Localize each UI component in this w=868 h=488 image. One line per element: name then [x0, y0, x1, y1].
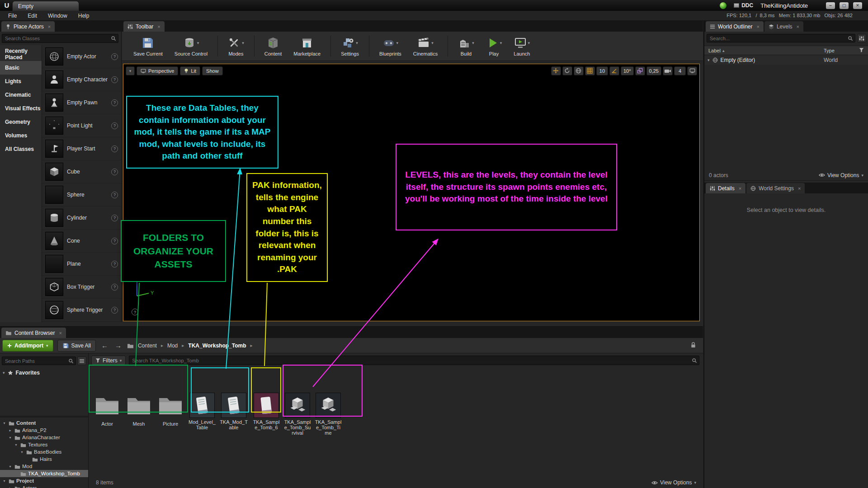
- content-button[interactable]: Content: [259, 34, 288, 58]
- rotation-snap-icon[interactable]: [609, 66, 619, 75]
- tab-content-browser[interactable]: Content Browser×: [1, 328, 66, 338]
- asset-folder-actor[interactable]: Actor: [93, 394, 121, 427]
- source-control-button[interactable]: ▾ Source Control: [169, 34, 213, 58]
- dropdown-caret-icon[interactable]: ▾: [396, 41, 399, 45]
- grid-snap-icon[interactable]: [585, 66, 595, 75]
- expander-icon[interactable]: ▸: [8, 486, 13, 488]
- scale-snap-value[interactable]: 0,25: [646, 66, 661, 75]
- tree-item-project[interactable]: ▾Project: [0, 477, 88, 484]
- help-icon[interactable]: ?: [111, 76, 118, 83]
- category-all-classes[interactable]: All Classes: [0, 142, 42, 156]
- tree-item-basebodies[interactable]: ▾BaseBodies: [0, 448, 88, 455]
- search-paths-input[interactable]: [2, 357, 76, 365]
- tree-item-content[interactable]: ▾Content: [0, 419, 88, 427]
- place-actor-plane[interactable]: Plane ?: [42, 253, 121, 276]
- dropdown-caret-icon[interactable]: ▾: [356, 41, 358, 45]
- tree-item-tka-workshop-tomb[interactable]: TKA_Workshop_Tomb: [0, 470, 88, 477]
- blueprints-button[interactable]: ▾ Blueprints: [373, 34, 407, 58]
- tree-item-textures[interactable]: ▾Textures: [0, 441, 88, 448]
- maximize-button[interactable]: ▢: [840, 2, 849, 9]
- place-actor-player-start[interactable]: Player Start ?: [42, 137, 121, 160]
- place-actor-sphere-trigger[interactable]: Sphere Trigger ?: [42, 299, 121, 322]
- grid-snap-value[interactable]: 10: [596, 66, 608, 75]
- tree-item-mod[interactable]: ▾Mod: [0, 463, 88, 470]
- close-tab-icon[interactable]: ×: [798, 186, 801, 191]
- outliner-view-options[interactable]: View Options▾: [819, 172, 863, 178]
- category-basic[interactable]: Basic: [0, 61, 42, 75]
- favorites-section[interactable]: ▾ Favorites: [3, 370, 40, 376]
- unreal-logo-icon[interactable]: U: [2, 1, 12, 10]
- maximize-viewport-icon[interactable]: [687, 66, 697, 75]
- search-classes-input[interactable]: [2, 34, 118, 43]
- show-flags-button[interactable]: Show: [202, 66, 223, 75]
- dropdown-caret-icon[interactable]: ▾: [472, 41, 474, 45]
- outliner-column-header[interactable]: Label ▴ Type: [704, 46, 868, 55]
- asset-mod-level-table[interactable]: Mod_Level_Table: [188, 393, 216, 430]
- sources-toggle-button[interactable]: [77, 357, 86, 365]
- help-icon[interactable]: ?: [111, 99, 118, 106]
- help-icon[interactable]: ?: [111, 169, 118, 175]
- dropdown-caret-icon[interactable]: ▾: [197, 41, 199, 45]
- close-button[interactable]: ✕: [853, 2, 862, 9]
- place-actor-box-trigger[interactable]: Box Trigger ?: [42, 276, 121, 299]
- tab-place-actors[interactable]: Place Actors×: [1, 21, 55, 32]
- tree-item-hairs[interactable]: Hairs: [0, 455, 88, 463]
- category-visual-effects[interactable]: Visual Effects: [0, 102, 42, 115]
- dropdown-caret-icon[interactable]: ▾: [500, 41, 502, 45]
- cinematics-button[interactable]: ▾ Cinematics: [407, 34, 443, 58]
- asset-tka-mod-table[interactable]: TKA_Mod_Table: [220, 393, 248, 430]
- launch-button[interactable]: ▾ Launch: [508, 34, 536, 58]
- category-cinematic[interactable]: Cinematic: [0, 88, 42, 102]
- help-icon[interactable]: ?: [111, 122, 118, 129]
- tree-item-actors[interactable]: ▸Actors: [0, 484, 88, 488]
- close-tab-icon[interactable]: ×: [157, 24, 160, 29]
- play-button[interactable]: ▾ Play: [480, 34, 508, 58]
- save-current-button[interactable]: Save Current: [127, 34, 169, 58]
- breadcrumb-separator-icon[interactable]: ▸: [250, 343, 253, 348]
- viewport-help-icon[interactable]: ?: [132, 309, 138, 315]
- content-view-options[interactable]: View Options▾: [651, 479, 696, 486]
- filters-button[interactable]: Filters▾: [91, 356, 126, 365]
- category-volumes[interactable]: Volumes: [0, 129, 42, 142]
- place-actor-empty-actor[interactable]: Empty Actor ?: [42, 45, 121, 68]
- help-icon[interactable]: ?: [111, 215, 118, 221]
- column-type[interactable]: Type: [824, 48, 835, 53]
- help-icon[interactable]: ?: [111, 145, 118, 152]
- menu-file[interactable]: File: [3, 13, 22, 19]
- sources-splitter[interactable]: [0, 416, 88, 418]
- back-button[interactable]: ←: [100, 342, 109, 349]
- expander-icon[interactable]: ▾: [19, 450, 24, 454]
- expander-icon[interactable]: ▾: [8, 436, 13, 440]
- tree-item-arianacharacter[interactable]: ▾ArianaCharacter: [0, 434, 88, 441]
- asset-tka-sample-tomb-6[interactable]: TKA_Sample_Tomb_6: [252, 393, 280, 430]
- minimize-button[interactable]: ‒: [826, 2, 835, 9]
- place-actor-empty-pawn[interactable]: Empty Pawn ?: [42, 91, 121, 114]
- lock-icon[interactable]: [690, 342, 696, 350]
- expander-icon[interactable]: ▾: [2, 479, 7, 483]
- rotate-tool-icon[interactable]: [562, 66, 572, 75]
- place-actor-empty-character[interactable]: Empty Character ?: [42, 68, 121, 91]
- outliner-row-world[interactable]: ▾ Empty (Editor) World: [704, 56, 868, 65]
- expander-icon[interactable]: ▾: [8, 465, 13, 469]
- expander-icon[interactable]: ▸: [8, 428, 13, 432]
- save-all-button[interactable]: Save All: [57, 340, 96, 352]
- close-tab-icon[interactable]: ×: [756, 24, 759, 29]
- breadcrumb-content[interactable]: Content: [138, 343, 157, 349]
- forward-button[interactable]: →: [113, 342, 123, 349]
- menu-window[interactable]: Window: [42, 13, 73, 19]
- breadcrumb-current-folder[interactable]: TKA_Workshop_Tomb: [188, 343, 246, 349]
- dropdown-caret-icon[interactable]: ▾: [528, 41, 530, 45]
- asset-folder-mesh[interactable]: Mesh: [125, 394, 153, 427]
- column-filter-icon[interactable]: [859, 47, 864, 53]
- tree-item-ariana-p2[interactable]: ▸Ariana_P2: [0, 427, 88, 434]
- window-tab[interactable]: Empty: [12, 1, 79, 11]
- menu-edit[interactable]: Edit: [22, 13, 42, 19]
- tab-world-outliner[interactable]: World Outliner×: [706, 21, 764, 32]
- help-icon[interactable]: ?: [111, 238, 118, 244]
- asset-tka-sample-tomb-survival[interactable]: TKA_Sample_Tomb_Survival: [283, 393, 311, 436]
- outliner-search-input[interactable]: [707, 34, 855, 42]
- expander-icon[interactable]: ▾: [2, 421, 7, 425]
- marketplace-button[interactable]: Marketplace: [288, 34, 326, 58]
- asset-tka-sample-tomb-time[interactable]: TKA_Sample_Tomb_Time: [314, 393, 342, 436]
- expander-icon[interactable]: ▾: [708, 58, 710, 62]
